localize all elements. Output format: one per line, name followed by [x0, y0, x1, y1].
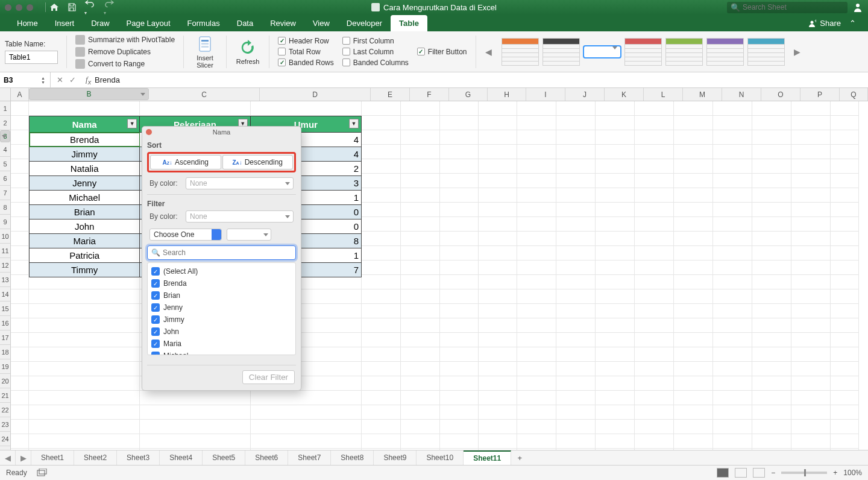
filter-item[interactable]: ✓Brian: [151, 289, 292, 302]
close-dot[interactable]: [5, 4, 11, 11]
table-cell[interactable]: Jenny: [30, 176, 140, 190]
ribbon-tab-table[interactable]: Table: [391, 15, 427, 31]
sheet-tab-sheet10[interactable]: Sheet10: [417, 450, 464, 465]
filter-value-select[interactable]: [227, 229, 271, 241]
sort-descending-button[interactable]: ZA↓Descending: [222, 155, 294, 169]
row-header-12[interactable]: 12: [0, 258, 10, 273]
table-style-thumb[interactable]: [502, 38, 539, 66]
filter-item[interactable]: ✓Brenda: [151, 277, 292, 289]
minimize-dot[interactable]: [16, 4, 22, 11]
row-header-1[interactable]: 1: [0, 101, 10, 116]
remove-duplicates-button[interactable]: Remove Duplicates: [75, 47, 175, 57]
row-header-5[interactable]: 5: [0, 157, 10, 171]
accessibility-icon[interactable]: [37, 469, 49, 477]
filter-dropdown-umur[interactable]: ▼: [349, 119, 359, 128]
chk-total-row[interactable]: Total Row: [278, 48, 334, 56]
filter-item[interactable]: ✓(Select All): [151, 265, 292, 277]
sheet-tab-sheet1[interactable]: Sheet1: [31, 450, 74, 465]
chk-filter-button[interactable]: Filter Button: [417, 48, 467, 56]
table-cell[interactable]: Michael: [30, 191, 140, 204]
view-pagebreak-button[interactable]: [753, 468, 765, 478]
sheet-tab-sheet8[interactable]: Sheet8: [331, 450, 374, 465]
row-header-9[interactable]: 9: [0, 215, 10, 229]
zoom-in-button[interactable]: +: [833, 469, 837, 477]
select-all-corner[interactable]: [0, 88, 11, 101]
row-header-23[interactable]: 23: [0, 417, 10, 432]
chk-banded-rows[interactable]: Banded Rows: [278, 58, 334, 67]
convert-range-button[interactable]: Convert to Range: [75, 59, 175, 69]
ribbon-tab-developer[interactable]: Developer: [338, 15, 391, 31]
sort-ascending-button[interactable]: AZ↓Ascending: [150, 155, 221, 169]
sheet-tab-sheet6[interactable]: Sheet6: [245, 450, 288, 465]
col-header-G[interactable]: G: [449, 88, 488, 101]
sheet-tab-sheet4[interactable]: Sheet4: [160, 450, 203, 465]
clear-filter-button[interactable]: Clear Filter: [242, 370, 295, 384]
row-header-3[interactable]: 3: [0, 130, 10, 142]
row-header-4[interactable]: 4: [0, 142, 10, 157]
table-style-thumb[interactable]: [706, 38, 744, 66]
filter-search-input[interactable]: [163, 248, 292, 257]
row-header-14[interactable]: 14: [0, 287, 10, 302]
col-header-N[interactable]: N: [722, 88, 761, 101]
ribbon-tab-data[interactable]: Data: [228, 15, 262, 31]
filter-item[interactable]: ✓Jimmy: [151, 314, 292, 326]
home-icon[interactable]: [49, 3, 59, 11]
filter-item[interactable]: ✓Michael: [151, 350, 292, 355]
confirm-icon[interactable]: ✓: [69, 75, 76, 84]
view-normal-button[interactable]: [717, 468, 729, 478]
chk-last-column[interactable]: Last Column: [342, 48, 409, 56]
zoom-level[interactable]: 100%: [843, 469, 862, 477]
row-header-24[interactable]: 24: [0, 432, 10, 446]
chk-header-row[interactable]: Header Row: [278, 37, 334, 45]
ribbon-tab-view[interactable]: View: [304, 15, 338, 31]
save-icon[interactable]: [68, 3, 76, 11]
formula-value[interactable]: Brenda: [95, 75, 120, 84]
col-header-B[interactable]: B: [29, 88, 149, 100]
insert-slicer-button[interactable]: Insert Slicer: [192, 35, 218, 69]
row-header-2[interactable]: 2: [0, 116, 10, 130]
row-header-11[interactable]: 11: [0, 244, 10, 258]
maximize-dot[interactable]: [27, 4, 33, 11]
col-header-D[interactable]: D: [260, 88, 371, 101]
ribbon-tab-page-layout[interactable]: Page Layout: [118, 15, 179, 31]
cancel-icon[interactable]: ✕: [57, 75, 63, 84]
filter-dropdown-nama[interactable]: ▼: [127, 119, 137, 128]
name-box-dropdown[interactable]: ▲▼: [36, 76, 50, 84]
ribbon-tab-formulas[interactable]: Formulas: [179, 15, 228, 31]
filter-item[interactable]: ✓Jenny: [151, 302, 292, 314]
sheet-tab-sheet5[interactable]: Sheet5: [203, 450, 245, 465]
table-cell[interactable]: John: [30, 219, 140, 233]
table-style-thumb[interactable]: [583, 46, 621, 58]
col-header-J[interactable]: J: [565, 88, 605, 101]
sort-by-color-select[interactable]: None: [186, 177, 294, 189]
row-header-6[interactable]: 6: [0, 171, 10, 186]
table-cell[interactable]: Brian: [30, 205, 140, 219]
row-header-20[interactable]: 20: [0, 374, 10, 388]
zoom-out-button[interactable]: −: [771, 469, 775, 477]
sheet-tab-sheet2[interactable]: Sheet2: [74, 450, 117, 465]
table-cell[interactable]: Patricia: [30, 248, 140, 262]
view-layout-button[interactable]: [735, 468, 747, 478]
row-header-10[interactable]: 10: [0, 229, 10, 244]
table-cell[interactable]: Maria: [30, 234, 140, 248]
ribbon-tab-home[interactable]: Home: [8, 15, 46, 31]
summarize-pivot-button[interactable]: Summarize with PivotTable: [75, 35, 175, 45]
table-cell[interactable]: Natalia: [30, 162, 140, 175]
col-header-C[interactable]: C: [149, 88, 260, 101]
sheet-tab-sheet11[interactable]: Sheet11: [464, 450, 511, 465]
sheet-nav-next[interactable]: ▶: [16, 450, 31, 465]
gallery-prev[interactable]: ◀: [485, 47, 493, 57]
row-header-17[interactable]: 17: [0, 330, 10, 345]
popup-close[interactable]: [146, 129, 152, 135]
table-cell[interactable]: Brenda: [30, 133, 140, 147]
table-cell[interactable]: Timmy: [30, 263, 140, 277]
chevron-up-icon[interactable]: ⌃: [849, 19, 856, 28]
row-header-16[interactable]: 16: [0, 316, 10, 330]
col-header-Q[interactable]: Q: [840, 88, 868, 101]
user-icon[interactable]: [852, 2, 863, 13]
redo-icon[interactable]: ▾: [104, 0, 115, 16]
filter-by-color-select[interactable]: None: [186, 210, 294, 223]
col-header-P[interactable]: P: [800, 88, 840, 101]
col-header-O[interactable]: O: [761, 88, 800, 101]
ribbon-tab-insert[interactable]: Insert: [46, 15, 83, 31]
